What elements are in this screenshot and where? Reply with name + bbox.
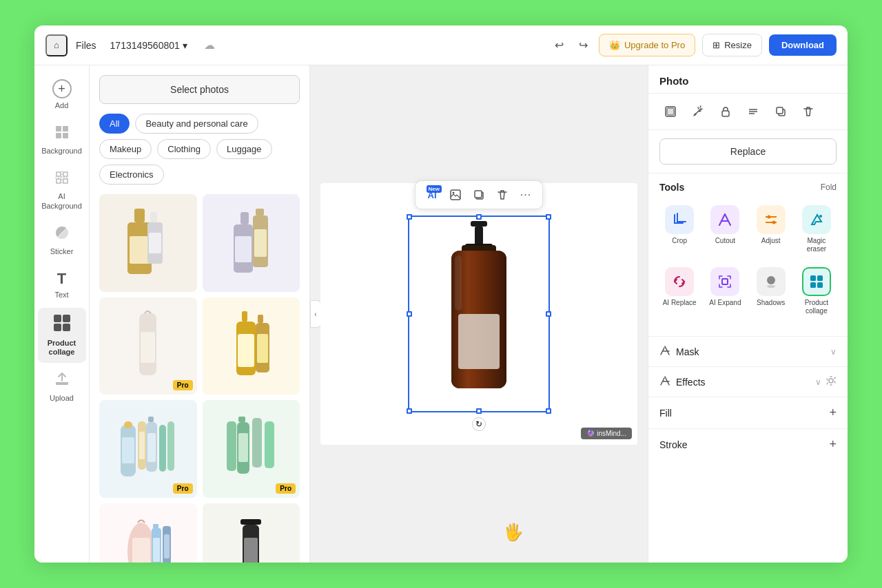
tool-shadows[interactable]: Shadows (751, 263, 791, 319)
download-button[interactable]: Download (769, 34, 837, 56)
undo-button[interactable]: ↩ (551, 34, 568, 56)
background-label: Background (41, 147, 82, 156)
sticker-label: Sticker (50, 247, 74, 256)
copy-button[interactable] (770, 101, 792, 123)
layers-button[interactable] (659, 101, 681, 123)
svg-rect-25 (238, 334, 254, 367)
photo-item-5[interactable]: Pro (99, 400, 197, 498)
panel-toggle-button[interactable]: ‹ (310, 300, 321, 328)
cursor-icon: 🖐 (503, 523, 524, 542)
effects-label: Effects (676, 377, 706, 388)
replace-button[interactable]: Replace (659, 138, 837, 165)
sidebar-item-ai-background[interactable]: AI Background (38, 164, 86, 216)
background-icon (54, 124, 70, 144)
svg-rect-36 (147, 433, 156, 462)
main-layout: + Add Background (34, 65, 848, 563)
svg-rect-9 (134, 209, 145, 222)
magic-wand-button[interactable] (687, 101, 709, 123)
align-button[interactable] (742, 101, 764, 123)
tool-product-collage[interactable]: Product collage (797, 263, 837, 319)
image-edit-button[interactable] (444, 184, 466, 206)
svg-point-83 (767, 276, 775, 284)
replace-label: Replace (730, 146, 766, 157)
crown-icon: 👑 (609, 40, 620, 50)
select-photos-label: Select photos (170, 84, 229, 95)
svg-rect-22 (141, 332, 155, 363)
replace-section: Replace (648, 130, 848, 174)
photo-item-3[interactable]: Pro (99, 297, 197, 395)
mask-section[interactable]: Mask ∨ (648, 336, 848, 366)
svg-point-80 (772, 221, 775, 224)
shadows-label: Shadows (757, 299, 785, 307)
rotate-handle[interactable]: ↻ (472, 417, 486, 431)
select-photos-button[interactable]: Select photos (99, 75, 300, 104)
align-icon (747, 105, 759, 118)
sidebar-item-product-collage[interactable]: Product collage (38, 308, 86, 362)
lock-button[interactable] (715, 101, 737, 123)
filter-all[interactable]: All (99, 114, 130, 134)
filter-beauty[interactable]: Beauty and personal care (135, 114, 258, 134)
filename-selector[interactable]: 1713149560801 ▾ (105, 37, 193, 54)
text-label: Text (54, 291, 68, 300)
upgrade-button[interactable]: 👑 Upgrade to Pro (599, 34, 695, 56)
ai-tool-button[interactable]: AI New (421, 184, 443, 206)
tool-magic-eraser[interactable]: Magic eraser (797, 201, 837, 258)
photo-item-2[interactable] (203, 194, 300, 292)
svg-point-89 (829, 379, 833, 383)
svg-rect-53 (240, 519, 261, 525)
redo-button[interactable]: ↪ (575, 34, 592, 56)
more-options-button[interactable]: ··· (515, 184, 537, 206)
tool-ai-replace[interactable]: AI Replace (659, 263, 699, 319)
sidebar-item-text[interactable]: T Text (38, 264, 86, 305)
svg-rect-18 (256, 209, 264, 216)
resize-button[interactable]: ⊞ Resize (702, 34, 762, 56)
svg-rect-7 (63, 324, 70, 331)
tool-cutout[interactable]: Cutout (705, 201, 745, 258)
svg-rect-15 (240, 212, 249, 224)
photo-item-6[interactable]: Pro (203, 400, 300, 498)
sidebar-item-upload[interactable]: Upload (38, 366, 86, 408)
cloud-icon[interactable]: ☁ (204, 39, 215, 52)
photo-item-7[interactable] (99, 503, 197, 563)
svg-rect-0 (56, 126, 61, 132)
canvas-area[interactable]: ‹ AI New (310, 65, 648, 563)
fill-add-icon[interactable]: + (829, 406, 837, 420)
svg-rect-38 (167, 421, 174, 471)
tool-adjust[interactable]: Adjust (751, 201, 791, 258)
undo-icon: ↩ (555, 39, 564, 51)
svg-rect-6 (54, 324, 61, 331)
delete-icon (802, 105, 814, 118)
sidebar-item-background[interactable]: Background (38, 118, 86, 161)
canvas-frame: AI New (320, 183, 637, 445)
effects-section[interactable]: Effects ∨ (648, 366, 848, 397)
filter-electronics[interactable]: Electronics (99, 165, 164, 185)
photo-item-4[interactable] (203, 297, 300, 395)
fill-section: Fill + (648, 397, 848, 428)
stroke-add-icon[interactable]: + (829, 437, 837, 452)
svg-rect-14 (149, 233, 161, 253)
right-panel: Photo (648, 65, 848, 563)
mask-chevron-icon: ∨ (830, 347, 837, 357)
delete-floating-button[interactable] (491, 184, 513, 206)
filter-clothing[interactable]: Clothing (157, 139, 211, 159)
photo-item-1[interactable] (99, 194, 197, 292)
svg-rect-69 (667, 108, 674, 115)
sidebar-item-add[interactable]: + Add (38, 74, 86, 116)
product-image[interactable]: AI New (410, 218, 548, 410)
photo-item-8[interactable] (203, 503, 300, 563)
sidebar-item-sticker[interactable]: Sticker (38, 219, 86, 262)
effects-settings-icon[interactable] (825, 375, 837, 388)
filter-luggage[interactable]: Luggage (216, 139, 272, 159)
fold-button[interactable]: Fold (821, 182, 837, 192)
trash-icon (496, 189, 509, 201)
home-button[interactable]: ⌂ (45, 34, 68, 56)
delete-button[interactable] (797, 101, 819, 123)
cutout-label: Cutout (715, 237, 735, 245)
filter-makeup[interactable]: Makeup (99, 139, 152, 159)
tool-crop[interactable]: Crop (659, 201, 699, 258)
svg-rect-26 (258, 315, 263, 323)
svg-rect-12 (150, 212, 157, 222)
tool-ai-expand[interactable]: AI Expand (705, 263, 745, 319)
duplicate-button[interactable] (468, 184, 490, 206)
svg-point-78 (767, 216, 770, 219)
